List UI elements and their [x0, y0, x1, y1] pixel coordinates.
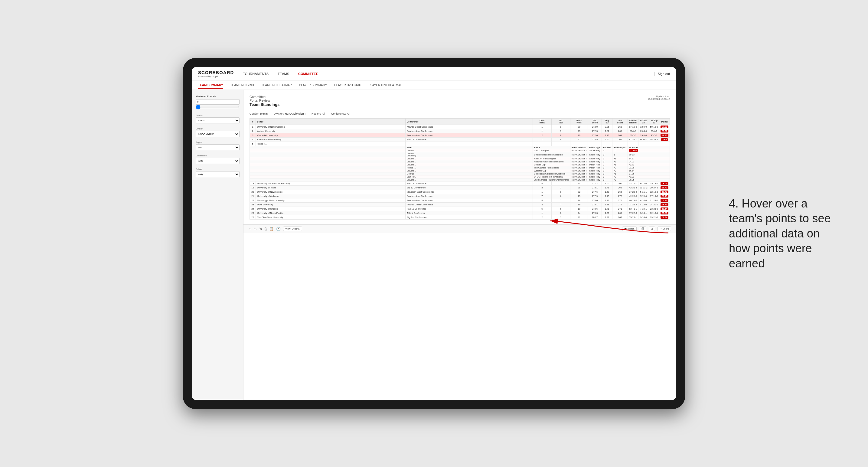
nav-teams[interactable]: TEAMS: [278, 71, 289, 77]
sidebar-region-select[interactable]: N/A: [196, 144, 240, 150]
sidebar-rounds-slider[interactable]: [196, 105, 240, 109]
table-row-highlighted: 3 Vanderbilt University Southeastern Con…: [250, 133, 670, 137]
sub-nav: TEAM SUMMARY TEAM H2H GRID TEAM H2H HEAT…: [192, 81, 676, 90]
report-title-area: Committee Portal Review Team Standings: [249, 95, 279, 108]
clock-icon: 🕐: [276, 227, 281, 231]
redo-icon[interactable]: ↪: [254, 227, 257, 231]
cell-rank: 1: [250, 125, 256, 129]
sidebar-min-rounds: Minimum Rounds: [196, 95, 240, 110]
table-header-row: # School Conference ConfRank NoTour Bnds…: [250, 119, 670, 125]
tablet-screen: SCOREBOARD Powered by clippd TOURNAMENTS…: [192, 67, 676, 400]
points-badge[interactable]: 63.89: [660, 212, 669, 214]
points-badge[interactable]: 79.5: [661, 138, 668, 141]
col-vs50: Vs Top50: [649, 119, 659, 125]
col-school: School: [256, 119, 406, 125]
col-bnds-wins: BndsWins: [570, 119, 588, 125]
sidebar-min-rounds-label: Minimum Rounds: [196, 95, 240, 98]
watch-button[interactable]: 👁 Watch: [622, 226, 636, 231]
table-row: 1 University of North Carolina Atlantic …: [250, 125, 670, 129]
subnav-team-h2h-grid[interactable]: TEAM H2H GRID: [230, 82, 254, 89]
col-rank: #: [250, 119, 256, 125]
table-row: 5 Texas T...: [250, 142, 670, 146]
sidebar-region-label: Region: [196, 141, 240, 143]
nav-committee[interactable]: COMMITTEE: [298, 71, 318, 77]
share-label: Share: [663, 227, 669, 230]
sidebar-min-rounds-input[interactable]: [196, 99, 240, 105]
logo-text: SCOREBOARD: [198, 70, 234, 75]
table-row: 25 University of North Florida ASUN Conf…: [250, 211, 670, 215]
update-time: Update time: 13/03/2024 10:03:42: [648, 95, 670, 100]
toolbar-right: 👁 Watch 💬 ⊞ ↗ Share: [622, 226, 671, 231]
annotation-text: 4. Hover over a team's points to see add…: [729, 196, 844, 271]
points-badge[interactable]: 63.81: [660, 199, 669, 202]
points-badge[interactable]: 97.02: [660, 126, 669, 128]
cell-school: University of North Carolina: [256, 125, 406, 129]
sidebar-conference-select[interactable]: (All): [196, 158, 240, 164]
sidebar-school-select[interactable]: (All): [196, 171, 240, 177]
filter-division: Division: NCAA Division I: [274, 112, 306, 115]
filter-region: Region: All: [311, 112, 325, 115]
expanded-sub-row: Univers... Amer An Intercollegiate NCAA …: [250, 157, 670, 160]
table-row: 22 Mississippi State University Southeas…: [250, 198, 670, 203]
points-badge[interactable]: 68.43: [660, 195, 669, 197]
points-badge-highlighted[interactable]: 88.30: [660, 134, 669, 137]
table-row: 21 University of Alabama Southeastern Co…: [250, 194, 670, 198]
copy-icon[interactable]: ⎘: [265, 227, 267, 231]
sidebar-division-label: Division: [196, 128, 240, 130]
subnav-player-h2h-heatmap[interactable]: PLAYER H2H HEATMAP: [368, 82, 402, 89]
points-badge[interactable]: 58.94: [660, 216, 669, 219]
points-badge[interactable]: 68.07: [660, 182, 669, 185]
filter-conference: Conference: All: [331, 112, 350, 115]
grid-button[interactable]: ⊞: [649, 226, 655, 231]
watch-label: Watch: [627, 227, 634, 230]
expanded-sub-row: Univers...University Southern Highlands …: [250, 152, 670, 157]
points-badge[interactable]: 58.54: [660, 208, 669, 210]
sidebar: Minimum Rounds Gender Men's Women's Divi…: [192, 90, 244, 400]
col-conference: Conference: [406, 119, 533, 125]
logo-area: SCOREBOARD Powered by clippd: [198, 70, 234, 78]
refresh-icon[interactable]: ↻: [259, 227, 262, 231]
eye-icon: 👁: [624, 227, 627, 230]
points-badge[interactable]: 68.71: [660, 203, 669, 206]
points-badge[interactable]: 68.49: [660, 191, 669, 193]
col-conf-rank: ConfRank: [533, 119, 551, 125]
expanded-sub-row: Florida I... The Cypress Point Classic N…: [250, 166, 670, 169]
sidebar-gender-select[interactable]: Men's Women's: [196, 117, 240, 123]
logo-sub: Powered by clippd: [198, 75, 234, 78]
table-row: 18 University of California, Berkeley Pa…: [250, 182, 670, 186]
table-row: 20 University of New Mexico Mountain Wes…: [250, 190, 670, 194]
points-badge[interactable]: 93.31: [660, 130, 669, 132]
paste-icon[interactable]: 📋: [269, 227, 274, 231]
col-no-tour: NoTour: [551, 119, 570, 125]
subnav-player-h2h-grid[interactable]: PLAYER H2H GRID: [334, 82, 361, 89]
sidebar-gender-section: Gender Men's Women's: [196, 114, 240, 124]
subnav-team-summary[interactable]: TEAM SUMMARY: [198, 82, 223, 89]
subnav-team-h2h-heatmap[interactable]: TEAM H2H HEATMAP: [261, 82, 292, 89]
expanded-sub-row: Univers... Williams Cup NCAA Division I …: [250, 169, 670, 173]
table-row: 24 University of Oregon Pac-12 Conferenc…: [250, 207, 670, 211]
sidebar-conference-label: Conference: [196, 155, 240, 157]
subnav-player-summary[interactable]: PLAYER SUMMARY: [299, 82, 327, 89]
nav-links: TOURNAMENTS TEAMS COMMITTEE: [243, 71, 654, 77]
points-badge[interactable]: 68.70: [660, 186, 669, 189]
expanded-sub-row: East Ter... DFCC Fighting Illini Invitat…: [250, 176, 670, 179]
filter-bar: Gender: Men's Division: NCAA Division I …: [249, 112, 670, 115]
share-button[interactable]: ↗ Share: [657, 226, 671, 231]
col-overall: OverallRecord: [627, 119, 638, 125]
col-avg-sg: Avg.SG: [602, 119, 613, 125]
sidebar-division-select[interactable]: NCAA Division I: [196, 131, 240, 137]
col-vs25: Vs Top25: [638, 119, 649, 125]
nav-tournaments[interactable]: TOURNAMENTS: [243, 71, 269, 77]
undo-icon[interactable]: ↩: [248, 227, 251, 231]
comment-button[interactable]: 💬: [639, 226, 646, 231]
share-icon: ↗: [660, 227, 662, 230]
view-label: View: Original: [285, 227, 300, 230]
expanded-header-row: Team Event Event Division Event Type Rou…: [250, 146, 670, 149]
expanded-sub-row: Georgia Ben Hogan Collegiate Invitationa…: [250, 173, 670, 176]
cell-conference: Atlantic Coast Conference: [406, 125, 533, 129]
report-area: Committee Portal Review Team Standings U…: [244, 90, 676, 400]
sign-out-link[interactable]: Sign out: [658, 72, 670, 75]
view-original-button[interactable]: View: Original: [283, 226, 302, 231]
standings-table: # School Conference ConfRank NoTour Bnds…: [249, 118, 670, 220]
expanded-sub-row: Univers... Copper Cup NCAA Division I Ma…: [250, 163, 670, 166]
